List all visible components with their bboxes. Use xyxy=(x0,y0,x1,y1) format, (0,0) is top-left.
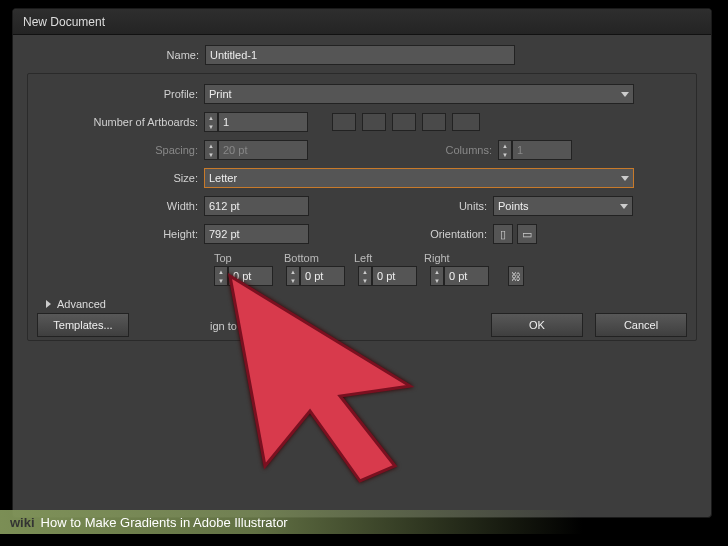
bleed-right-header: Right xyxy=(424,252,494,264)
artboard-arrangement-icons xyxy=(332,113,480,131)
chevron-down-icon xyxy=(620,204,628,209)
chevron-down-icon xyxy=(621,92,629,97)
profile-label: Profile: xyxy=(36,88,204,100)
size-value: Letter xyxy=(209,172,237,184)
bleed-bottom-header: Bottom xyxy=(284,252,354,264)
wiki-title: How to Make Gradients in Adobe Illustrat… xyxy=(41,515,288,530)
chevron-right-icon xyxy=(46,300,51,308)
arrange-icon[interactable] xyxy=(392,113,416,131)
advanced-label: Advanced xyxy=(57,298,106,310)
arrange-icon[interactable] xyxy=(332,113,356,131)
orientation-portrait-button[interactable]: ▯ xyxy=(493,224,513,244)
artboards-input[interactable] xyxy=(218,112,308,132)
ok-button[interactable]: OK xyxy=(491,313,583,337)
dialog-title: New Document xyxy=(13,9,711,35)
name-label: Name: xyxy=(27,49,205,61)
orientation-landscape-button[interactable]: ▭ xyxy=(517,224,537,244)
height-label: Height: xyxy=(36,228,204,240)
columns-stepper: ▲▼ xyxy=(498,140,572,160)
profile-value: Print xyxy=(209,88,232,100)
width-label: Width: xyxy=(36,200,204,212)
artboards-label: Number of Artboards: xyxy=(36,116,204,128)
spacing-label: Spacing: xyxy=(36,144,204,156)
spacing-stepper: ▲▼ xyxy=(204,140,308,160)
chevron-down-icon xyxy=(621,176,629,181)
bleed-right-input[interactable] xyxy=(444,266,489,286)
annotation-cursor-icon xyxy=(210,266,450,486)
cancel-button[interactable]: Cancel xyxy=(595,313,687,337)
size-select[interactable]: Letter xyxy=(204,168,634,188)
arrange-icon[interactable] xyxy=(362,113,386,131)
units-select[interactable]: Points xyxy=(493,196,633,216)
units-value: Points xyxy=(498,200,529,212)
columns-input xyxy=(512,140,572,160)
arrange-icon[interactable] xyxy=(452,113,480,131)
arrange-icon[interactable] xyxy=(422,113,446,131)
bleed-headers: Top Bottom Left Right xyxy=(214,252,688,264)
bleed-top-header: Top xyxy=(214,252,284,264)
link-icon[interactable]: ⛓ xyxy=(508,266,524,286)
columns-label: Columns: xyxy=(308,144,498,156)
spacing-input xyxy=(218,140,308,160)
name-input[interactable] xyxy=(205,45,515,65)
wikihow-caption: wiki How to Make Gradients in Adobe Illu… xyxy=(0,510,728,534)
size-label: Size: xyxy=(36,172,204,184)
templates-button[interactable]: Templates... xyxy=(37,313,129,337)
units-label: Units: xyxy=(309,200,493,212)
profile-select[interactable]: Print xyxy=(204,84,634,104)
width-input[interactable] xyxy=(204,196,309,216)
orientation-label: Orientation: xyxy=(309,228,493,240)
height-input[interactable] xyxy=(204,224,309,244)
wiki-brand: wiki xyxy=(10,515,35,530)
bleed-left-header: Left xyxy=(354,252,424,264)
artboards-stepper[interactable]: ▲▼ xyxy=(204,112,308,132)
